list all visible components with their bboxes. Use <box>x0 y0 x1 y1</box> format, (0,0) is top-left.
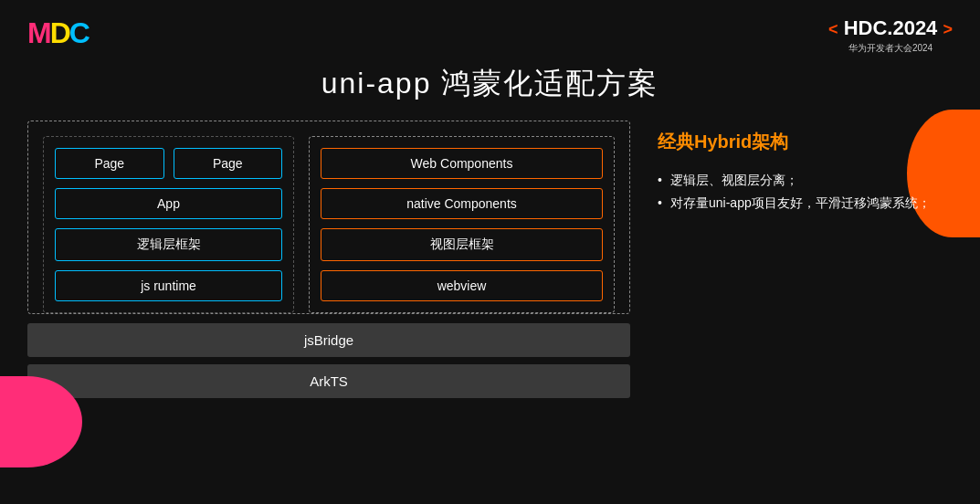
info-point-1: 逻辑层、视图层分离； <box>658 169 953 192</box>
info-title: 经典Hybrid架构 <box>658 130 953 154</box>
hdc-bracket-right: > <box>943 20 953 38</box>
info-list: 逻辑层、视图层分离； 对存量uni-app项目友好，平滑迁移鸿蒙系统； <box>658 169 953 215</box>
left-column: Page Page App 逻辑层框架 js runtime <box>43 136 294 313</box>
hdc-title: < HDC.2024 > <box>828 16 953 40</box>
logo-c: C <box>69 16 89 49</box>
page-box-1: Page <box>55 148 164 179</box>
native-components-box: native Components <box>321 188 603 219</box>
hdc-bracket-left: < <box>828 20 838 38</box>
app-box: App <box>55 188 282 219</box>
hdc-text: HDC.2024 <box>844 16 938 39</box>
page-row: Page Page <box>55 148 282 179</box>
page-box-2: Page <box>174 148 283 179</box>
logo-mdc-text: MDC <box>27 16 89 50</box>
webview-box: webview <box>321 270 603 301</box>
hdc-subtitle: 华为开发者大会2024 <box>828 42 953 55</box>
mdc-logo: MDC <box>27 16 89 50</box>
info-point-2: 对存量uni-app项目友好，平滑迁移鸿蒙系统； <box>658 192 953 215</box>
architecture-diagram: Page Page App 逻辑层框架 js runtime Web Compo… <box>27 121 630 413</box>
logo-m: M <box>27 16 50 49</box>
bottom-bars: jsBridge ArkTS <box>27 323 630 413</box>
js-bridge-bar: jsBridge <box>27 323 630 357</box>
logo-d: D <box>50 16 69 49</box>
hdc-logo: < HDC.2024 > 华为开发者大会2024 <box>828 16 953 55</box>
web-components-box: Web Components <box>321 148 603 179</box>
main-title: uni-app 鸿蒙化适配方案 <box>0 64 980 104</box>
content-area: Page Page App 逻辑层框架 js runtime Web Compo… <box>0 121 980 413</box>
ark-ts-bar: ArkTS <box>27 364 630 398</box>
header: MDC < HDC.2024 > 华为开发者大会2024 <box>0 0 980 55</box>
outer-box: Page Page App 逻辑层框架 js runtime Web Compo… <box>27 121 630 314</box>
logic-framework-box: 逻辑层框架 <box>55 228 282 261</box>
js-runtime-box: js runtime <box>55 270 282 301</box>
view-framework-box: 视图层框架 <box>321 228 603 261</box>
right-column: Web Components native Components 视图层框架 w… <box>309 136 615 313</box>
